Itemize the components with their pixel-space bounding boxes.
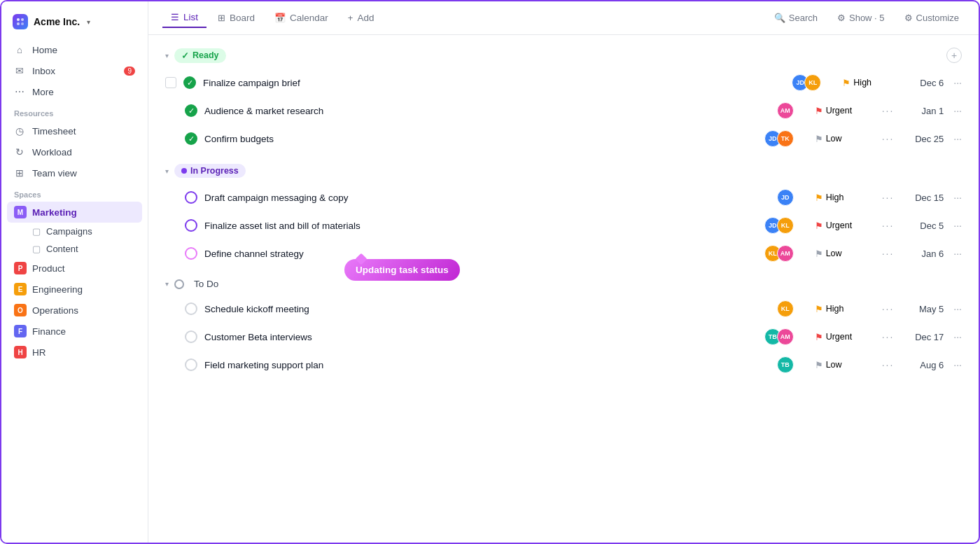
task-row: Customer Beta interviews TB AM ⚑ Urgent … (162, 323, 965, 351)
more-label: More (32, 87, 54, 97)
dots-menu[interactable]: ··· (878, 246, 899, 260)
topbar-right: 🔍 Search ⚙ Show · 5 ⚙ Customize (769, 10, 965, 26)
priority-badge: ⚑ High (815, 304, 871, 314)
search-icon: 🔍 (774, 13, 785, 23)
task-status-todo[interactable] (185, 302, 197, 315)
more-menu[interactable]: ··· (953, 220, 962, 231)
sidebar-subitem-content[interactable]: ▢ Content (7, 240, 142, 258)
workload-icon: ↻ (14, 146, 25, 158)
task-row: Schedule kickoff meeting KL ⚑ High ··· M… (162, 295, 965, 323)
home-label: Home (32, 45, 57, 55)
tab-list[interactable]: ☰ List (162, 8, 206, 28)
topbar: ☰ List ⊞ Board 📅 Calendar + Add 🔍 Search… (148, 1, 979, 35)
inprogress-badge: In Progress (174, 164, 246, 178)
task-checkbox[interactable] (165, 77, 176, 88)
task-status-done[interactable]: ✓ (185, 132, 197, 145)
task-status-progress[interactable] (185, 191, 197, 204)
task-row: Field marketing support plan TB ⚑ Low ··… (162, 351, 965, 379)
priority-label: High (853, 78, 872, 88)
section-todo-header[interactable]: ▾ To Do (162, 273, 965, 295)
customize-button[interactable]: ⚙ Customize (899, 10, 965, 26)
more-menu[interactable]: ··· (953, 133, 962, 144)
sidebar-item-inbox[interactable]: ✉ Inbox 9 (7, 60, 142, 81)
sidebar-item-teamview[interactable]: ⊞ Team view (7, 162, 142, 183)
todo-chevron: ▾ (165, 280, 169, 288)
task-status-todo[interactable] (185, 358, 197, 371)
marketing-color: M (14, 206, 27, 218)
sidebar-nav: ⌂ Home ✉ Inbox 9 ⋯ More (1, 39, 148, 102)
avatar: KL (804, 74, 821, 91)
priority-label: Urgent (826, 332, 853, 342)
due-date: Aug 6 (905, 360, 944, 370)
more-menu[interactable]: ··· (953, 105, 962, 116)
task-status-progress[interactable] (185, 247, 197, 260)
priority-label: Urgent (826, 106, 853, 116)
tab-list-label: List (183, 12, 198, 22)
dots-menu[interactable]: ··· (878, 358, 899, 372)
show-icon: ⚙ (837, 13, 846, 23)
sidebar-item-home[interactable]: ⌂ Home (7, 39, 142, 60)
ready-add-button[interactable]: + (946, 48, 962, 63)
folder-icon-content: ▢ (32, 244, 41, 254)
sidebar-item-hr[interactable]: H HR (7, 342, 142, 363)
dots-menu[interactable]: ··· (878, 132, 899, 146)
task-avatars: TB (777, 356, 794, 373)
sidebar-item-more[interactable]: ⋯ More (7, 81, 142, 102)
tab-board[interactable]: ⊞ Board (209, 8, 263, 27)
more-menu[interactable]: ··· (953, 303, 962, 314)
tab-add-label: Add (357, 13, 374, 23)
tab-calendar[interactable]: 📅 Calendar (266, 8, 337, 27)
done-circle: ✓ (185, 132, 197, 145)
content-label: Content (46, 244, 78, 254)
task-status-todo[interactable] (185, 330, 197, 343)
section-inprogress-header[interactable]: ▾ In Progress (162, 158, 965, 183)
sidebar-item-marketing[interactable]: M Marketing (7, 202, 142, 223)
more-menu[interactable]: ··· (953, 331, 962, 342)
sidebar-item-operations[interactable]: O Operations (7, 300, 142, 321)
section-ready-header[interactable]: ▾ ✓ Ready + (162, 42, 965, 69)
sidebar-item-product[interactable]: P Product (7, 258, 142, 279)
product-label: Product (32, 263, 65, 274)
more-menu[interactable]: ··· (953, 248, 962, 259)
due-date: Dec 25 (905, 134, 944, 144)
hr-color: H (14, 346, 27, 358)
flag-icon: ⚑ (815, 249, 823, 259)
brand-chevron: ▾ (87, 18, 90, 26)
avatar: AM (777, 102, 794, 119)
brand[interactable]: Acme Inc. ▾ (1, 8, 148, 39)
sidebar-subitem-campaigns[interactable]: ▢ Campaigns (7, 223, 142, 240)
task-name: Schedule kickoff meeting (204, 304, 770, 314)
todo-circle (185, 302, 197, 315)
task-status-done[interactable]: ✓ (185, 104, 197, 117)
priority-label: Urgent (826, 221, 853, 230)
show-button[interactable]: ⚙ Show · 5 (832, 10, 890, 26)
dots-menu[interactable]: ··· (878, 190, 899, 204)
due-date: Dec 15 (905, 193, 944, 203)
dots-menu[interactable]: ··· (878, 302, 899, 316)
task-status-progress[interactable] (185, 219, 197, 232)
flag-icon: ⚑ (842, 78, 850, 88)
search-label: Search (789, 13, 818, 23)
dots-menu[interactable]: ··· (878, 218, 899, 232)
priority-label: High (826, 193, 844, 202)
sidebar-item-timesheet[interactable]: ◷ Timesheet (7, 120, 142, 141)
more-menu[interactable]: ··· (953, 359, 962, 370)
todo-label: To Do (194, 279, 218, 289)
tab-calendar-label: Calendar (290, 13, 328, 23)
task-status-done[interactable]: ✓ (183, 76, 196, 89)
more-menu[interactable]: ··· (953, 77, 962, 88)
priority-badge: ⚑ Urgent (815, 332, 871, 342)
timesheet-label: Timesheet (32, 126, 76, 137)
dots-menu[interactable]: ··· (878, 104, 899, 118)
tab-add[interactable]: + Add (340, 8, 383, 27)
more-menu[interactable]: ··· (953, 192, 962, 203)
due-date: Dec 6 (905, 78, 944, 88)
dots-menu[interactable]: ··· (878, 330, 899, 344)
sidebar-item-workload[interactable]: ↻ Workload (7, 141, 142, 162)
brand-icon (13, 14, 28, 29)
search-button[interactable]: 🔍 Search (769, 10, 823, 26)
sidebar-item-finance[interactable]: F Finance (7, 321, 142, 342)
sidebar-item-engineering[interactable]: E Engineering (7, 279, 142, 300)
resources-label: Resources (1, 102, 148, 120)
avatar: AM (777, 328, 794, 345)
